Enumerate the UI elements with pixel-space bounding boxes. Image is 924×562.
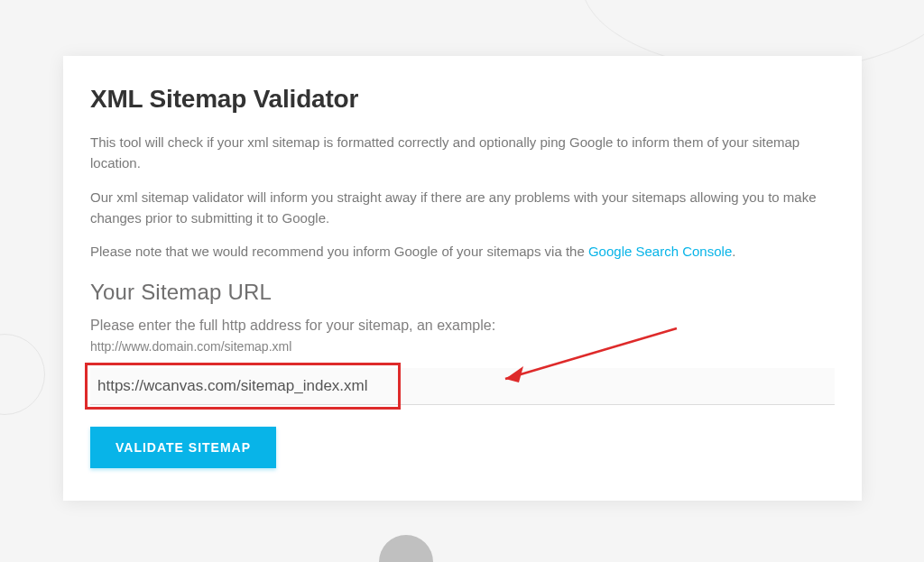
sitemap-url-input[interactable] (90, 368, 835, 405)
description-3-prefix: Please note that we would recommend you … (90, 244, 588, 259)
description-3-suffix: . (732, 244, 735, 259)
validator-card: XML Sitemap Validator This tool will che… (63, 56, 862, 501)
validate-sitemap-button[interactable]: VALIDATE SITEMAP (90, 427, 276, 468)
description-3: Please note that we would recommend you … (90, 241, 835, 262)
description-2: Our xml sitemap validator will inform yo… (90, 187, 835, 229)
input-hint: Please enter the full http address for y… (90, 318, 835, 334)
google-search-console-link[interactable]: Google Search Console (588, 244, 732, 259)
input-example: http://www.domain.com/sitemap.xml (90, 339, 835, 354)
input-wrapper (90, 368, 835, 405)
section-title: Your Sitemap URL (90, 280, 835, 305)
description-1: This tool will check if your xml sitemap… (90, 132, 835, 174)
bg-decor-left (0, 334, 45, 415)
bg-decor-bottom (379, 535, 433, 562)
page-title: XML Sitemap Validator (90, 85, 835, 114)
